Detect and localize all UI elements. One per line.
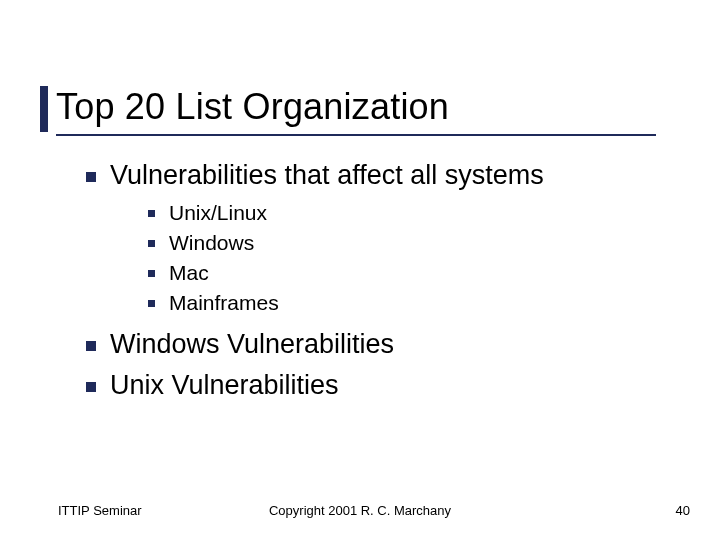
title-accent-bar	[40, 86, 48, 132]
list-item-text: Unix/Linux	[169, 201, 267, 225]
body-content: Vulnerabilities that affect all systems …	[86, 160, 666, 411]
list-item: Vulnerabilities that affect all systems	[86, 160, 666, 191]
list-item: Unix/Linux	[148, 201, 666, 225]
footer: ITTIP Seminar Copyright 2001 R. C. March…	[0, 503, 720, 518]
title-container: Top 20 List Organization	[56, 86, 666, 128]
list-item-text: Windows Vulnerabilities	[110, 329, 394, 360]
bullet-square-icon	[148, 270, 155, 277]
list-item-text: Mainframes	[169, 291, 279, 315]
bullet-square-icon	[86, 382, 96, 392]
slide-number: 40	[676, 503, 690, 518]
list-item-text: Windows	[169, 231, 254, 255]
list-item: Mac	[148, 261, 666, 285]
bullet-square-icon	[148, 210, 155, 217]
sub-list: Unix/Linux Windows Mac Mainframes	[148, 201, 666, 315]
list-item: Windows	[148, 231, 666, 255]
list-item-text: Mac	[169, 261, 209, 285]
bullet-square-icon	[86, 172, 96, 182]
bullet-square-icon	[148, 300, 155, 307]
footer-left: ITTIP Seminar	[58, 503, 142, 518]
list-item-text: Vulnerabilities that affect all systems	[110, 160, 544, 191]
list-item: Unix Vulnerabilities	[86, 370, 666, 401]
list-item: Windows Vulnerabilities	[86, 329, 666, 360]
slide-title: Top 20 List Organization	[56, 86, 666, 128]
list-item: Mainframes	[148, 291, 666, 315]
bullet-square-icon	[86, 341, 96, 351]
list-item-text: Unix Vulnerabilities	[110, 370, 339, 401]
title-underline	[56, 134, 656, 136]
bullet-square-icon	[148, 240, 155, 247]
